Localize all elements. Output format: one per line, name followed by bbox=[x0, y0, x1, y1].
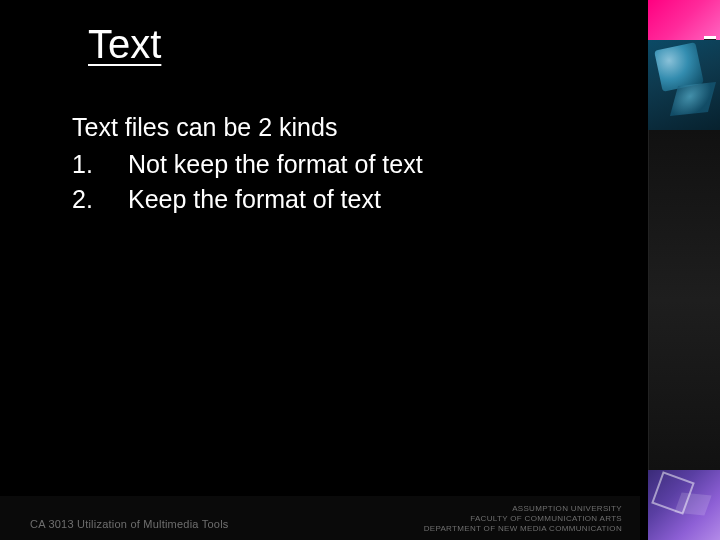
slide-area: Text Text files can be 2 kinds 1. Not ke… bbox=[0, 0, 640, 500]
footer-bar: CA 3013 Utilization of Multimedia Tools … bbox=[0, 496, 640, 540]
footer-line: DEPARTMENT OF NEW MEDIA COMMUNICATION bbox=[424, 524, 622, 534]
list-item: 2. Keep the format of text bbox=[72, 182, 423, 217]
deco-plane-icon bbox=[674, 492, 711, 515]
footer-course-code: CA 3013 Utilization of Multimedia Tools bbox=[30, 518, 229, 530]
deco-block-teal bbox=[648, 40, 720, 130]
deco-shard-icon bbox=[670, 82, 716, 116]
list-item: 1. Not keep the format of text bbox=[72, 147, 423, 182]
footer-line: ASSUMPTION UNIVERSITY bbox=[424, 504, 622, 514]
footer-line: FACULTY OF COMMUNICATION ARTS bbox=[424, 514, 622, 524]
slide-title: Text bbox=[88, 22, 161, 67]
list-number: 1. bbox=[72, 147, 128, 182]
list-text: Not keep the format of text bbox=[128, 147, 423, 182]
footer-affiliation: ASSUMPTION UNIVERSITY FACULTY OF COMMUNI… bbox=[424, 504, 622, 534]
list-number: 2. bbox=[72, 182, 128, 217]
deco-block-pink bbox=[648, 0, 720, 40]
slide-body: Text files can be 2 kinds 1. Not keep th… bbox=[72, 110, 423, 217]
list-text: Keep the format of text bbox=[128, 182, 381, 217]
deco-block-dark bbox=[648, 130, 720, 470]
deco-block-purple bbox=[648, 470, 720, 540]
intro-line: Text files can be 2 kinds bbox=[72, 110, 423, 145]
decorative-strip bbox=[648, 0, 720, 540]
